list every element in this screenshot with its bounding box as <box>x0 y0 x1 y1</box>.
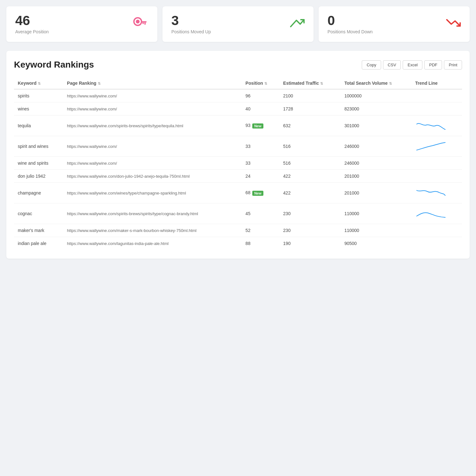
stat-number-avg-position: 46 <box>15 14 49 27</box>
trend-cell <box>411 136 462 157</box>
keyword-cell: indian pale ale <box>14 237 63 250</box>
col-header-total_search_volume[interactable]: Total Search Volume⇅ <box>340 77 411 89</box>
keyword-cell: wines <box>14 102 63 116</box>
estimated-traffic-cell: 2100 <box>279 89 340 102</box>
trend-cell <box>411 102 462 116</box>
stat-text-positions-up: 3 Positions Moved Up <box>171 14 211 34</box>
position-cell: 24 <box>242 170 280 183</box>
position-cell: 88 <box>242 237 280 250</box>
sort-icon: ⇅ <box>38 82 41 86</box>
keyword-cell: tequila <box>14 116 63 136</box>
table-row: spiritshttps://www.wallywine.com/9621001… <box>14 89 462 102</box>
sort-icon: ⇅ <box>389 82 392 86</box>
search-volume-cell: 246000 <box>340 136 411 157</box>
stat-number-positions-up: 3 <box>171 14 211 27</box>
estimated-traffic-cell: 516 <box>279 136 340 157</box>
search-volume-cell: 110000 <box>340 224 411 237</box>
table-head: Keyword⇅Page Ranking⇅Position⇅Estimated … <box>14 77 462 89</box>
table-row: indian pale alehttps://www.wallywine.com… <box>14 237 462 250</box>
section-header: Keyword Rankings CopyCSVExcelPDFPrint <box>14 60 462 70</box>
export-excel-button[interactable]: Excel <box>403 60 422 69</box>
estimated-traffic-cell: 422 <box>279 170 340 183</box>
keyword-cell: maker's mark <box>14 224 63 237</box>
svg-rect-4 <box>142 23 144 24</box>
table-row: tequilahttps://www.wallywine.com/spirits… <box>14 116 462 136</box>
position-cell: 68New <box>242 183 280 203</box>
stat-label-positions-up: Positions Moved Up <box>171 29 211 34</box>
trend-cell <box>411 183 462 203</box>
position-cell: 45 <box>242 203 280 224</box>
position-cell: 33 <box>242 157 280 170</box>
col-header-estimated_traffic[interactable]: Estimated Traffic⇅ <box>279 77 340 89</box>
table-row: maker's markhttps://www.wallywine.com/ma… <box>14 224 462 237</box>
stat-number-positions-down: 0 <box>327 14 373 27</box>
keyword-cell: spirits <box>14 89 63 102</box>
sort-icon: ⇅ <box>98 82 101 86</box>
stat-card-positions-up: 3 Positions Moved Up <box>162 6 314 42</box>
position-cell: 40 <box>242 102 280 116</box>
trend-line-svg <box>415 119 447 132</box>
table-body: spiritshttps://www.wallywine.com/9621001… <box>14 89 462 250</box>
export-print-button[interactable]: Print <box>444 60 462 69</box>
position-cell: 96 <box>242 89 280 102</box>
export-pdf-button[interactable]: PDF <box>424 60 442 69</box>
key-icon <box>133 17 149 31</box>
keywords-table: Keyword⇅Page Ranking⇅Position⇅Estimated … <box>14 77 462 250</box>
export-copy-button[interactable]: Copy <box>362 60 381 69</box>
estimated-traffic-cell: 230 <box>279 203 340 224</box>
sort-icon: ⇅ <box>264 82 267 86</box>
keyword-cell: spirit and wines <box>14 136 63 157</box>
stat-text-avg-position: 46 Average Position <box>15 14 49 34</box>
col-header-page_ranking[interactable]: Page Ranking⇅ <box>63 77 242 89</box>
stat-label-positions-down: Positions Moved Down <box>327 29 373 34</box>
position-cell: 52 <box>242 224 280 237</box>
search-volume-cell: 301000 <box>340 116 411 136</box>
arrow-down-icon <box>446 17 461 31</box>
keyword-cell: don julio 1942 <box>14 170 63 183</box>
trend-cell <box>411 224 462 237</box>
svg-rect-3 <box>144 23 146 25</box>
page-ranking-cell: https://www.wallywine.com/wines/type/cha… <box>63 183 242 203</box>
keyword-cell: cognac <box>14 203 63 224</box>
estimated-traffic-cell: 516 <box>279 157 340 170</box>
stat-card-avg-position: 46 Average Position <box>6 6 157 42</box>
stat-card-positions-down: 0 Positions Moved Down <box>319 6 470 42</box>
svg-point-1 <box>136 20 140 23</box>
search-volume-cell: 246000 <box>340 157 411 170</box>
trend-line-svg <box>415 140 447 153</box>
trend-cell <box>411 116 462 136</box>
col-header-position[interactable]: Position⇅ <box>242 77 280 89</box>
table-row: spirit and wineshttps://www.wallywine.co… <box>14 136 462 157</box>
keyword-cell: wine and spirits <box>14 157 63 170</box>
page-ranking-cell: https://www.wallywine.com/spirits-brews/… <box>63 116 242 136</box>
col-header-trend_line: Trend Line <box>411 77 462 89</box>
table-wrapper: Keyword⇅Page Ranking⇅Position⇅Estimated … <box>14 77 462 250</box>
estimated-traffic-cell: 632 <box>279 116 340 136</box>
trend-cell <box>411 203 462 224</box>
export-csv-button[interactable]: CSV <box>383 60 401 69</box>
search-volume-cell: 201000 <box>340 170 411 183</box>
trend-line-svg <box>415 207 447 220</box>
col-header-keyword[interactable]: Keyword⇅ <box>14 77 63 89</box>
position-cell: 93New <box>242 116 280 136</box>
main-section: Keyword Rankings CopyCSVExcelPDFPrint Ke… <box>6 51 470 259</box>
stat-text-positions-down: 0 Positions Moved Down <box>327 14 373 34</box>
estimated-traffic-cell: 230 <box>279 224 340 237</box>
page-title: Keyword Rankings <box>14 60 94 70</box>
stat-label-avg-position: Average Position <box>15 29 49 34</box>
page-ranking-cell: https://www.wallywine.com/spirits-brews/… <box>63 203 242 224</box>
page-ranking-cell: https://www.wallywine.com/don-julio-1942… <box>63 170 242 183</box>
table-row: don julio 1942https://www.wallywine.com/… <box>14 170 462 183</box>
page-ranking-cell: https://www.wallywine.com/ <box>63 102 242 116</box>
position-cell: 33 <box>242 136 280 157</box>
arrow-up-icon <box>289 17 305 31</box>
search-volume-cell: 1000000 <box>340 89 411 102</box>
trend-cell <box>411 237 462 250</box>
search-volume-cell: 201000 <box>340 183 411 203</box>
page-ranking-cell: https://www.wallywine.com/ <box>63 89 242 102</box>
page-ranking-cell: https://www.wallywine.com/ <box>63 157 242 170</box>
keyword-cell: champagne <box>14 183 63 203</box>
trend-line-svg <box>415 187 447 199</box>
new-badge: New <box>252 123 263 129</box>
sort-icon: ⇅ <box>320 82 323 86</box>
